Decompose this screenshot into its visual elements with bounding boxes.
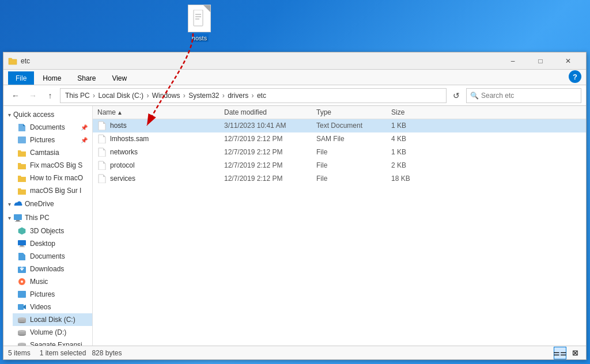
sidebar-pictures-pc-label: Pictures — [30, 290, 55, 298]
tab-share[interactable]: Share — [70, 71, 103, 85]
col-header-type[interactable]: Type — [316, 108, 391, 116]
desktop-icon-hosts[interactable]: hosts — [179, 5, 220, 42]
sidebar-local-disk-label: Local Disk (C:) — [30, 316, 75, 324]
file-icon-lmhosts — [97, 134, 107, 143]
title-controls: – □ ✕ — [500, 53, 581, 69]
file-row-networks[interactable]: networks 12/7/2019 2:12 PM File 1 KB — [93, 146, 586, 159]
sidebar-item-macos-big-sur[interactable]: macOS Big Sur I — [13, 184, 92, 197]
svg-rect-8 — [18, 240, 26, 245]
sidebar-documents-pc-label: Documents — [30, 252, 65, 260]
col-header-name[interactable]: Name ▲ — [97, 108, 224, 116]
tab-view[interactable]: View — [104, 71, 134, 85]
title-folder-icon — [8, 56, 17, 66]
sidebar-downloads-label: Downloads — [30, 265, 64, 273]
file-size-networks: 1 KB — [391, 148, 437, 156]
status-bar: 5 items 1 item selected 828 bytes ⚌⚌ ⊠ — [3, 346, 586, 359]
sidebar-this-pc-header[interactable]: ▾ This PC — [3, 211, 92, 225]
file-name-protocol: protocol — [97, 161, 224, 170]
sidebar-item-desktop[interactable]: Desktop — [13, 237, 92, 250]
sidebar-item-volume-d[interactable]: Volume (D:) — [13, 326, 92, 339]
pictures-icon — [17, 135, 27, 145]
pin-icon-2: 📌 — [81, 137, 88, 143]
sidebar-item-how-to-fix[interactable]: How to Fix macO — [13, 172, 92, 184]
svg-rect-14 — [18, 291, 26, 298]
sidebar-item-seagate[interactable]: Seagate Expansi — [13, 339, 92, 346]
file-size-services: 18 KB — [391, 175, 437, 183]
file-row-lmhosts[interactable]: lmhosts.sam 12/7/2019 2:12 PM SAM File 4… — [93, 132, 586, 146]
minimize-button[interactable]: – — [500, 53, 526, 69]
maximize-button[interactable]: □ — [527, 53, 554, 69]
sidebar-camtasia-label: Camtasia — [30, 149, 59, 157]
sidebar-pictures-label: Pictures — [30, 136, 55, 144]
disk-icon — [17, 315, 27, 324]
address-path[interactable]: This PC › Local Disk (C:) › Windows › Sy… — [60, 88, 447, 103]
search-input[interactable] — [481, 92, 577, 100]
sidebar-documents-label: Documents — [30, 123, 65, 131]
search-box[interactable]: 🔍 — [466, 88, 581, 103]
back-button[interactable]: ← — [8, 88, 23, 103]
sidebar-videos-label: Videos — [30, 303, 51, 311]
svg-rect-6 — [16, 220, 20, 221]
col-header-size[interactable]: Size — [391, 108, 437, 116]
file-icon-services — [97, 174, 107, 183]
file-icon-networks — [97, 147, 107, 157]
file-size-protocol: 2 KB — [391, 161, 437, 169]
sidebar-item-pictures[interactable]: Pictures 📌 — [13, 134, 92, 146]
sidebar-macos-label: macOS Big Sur I — [30, 187, 81, 195]
hosts-file-icon — [188, 5, 211, 32]
file-row-hosts[interactable]: hosts 3/11/2023 10:41 AM Text Document 1… — [93, 119, 586, 132]
sidebar-quick-access-header[interactable]: ▾ Quick access — [3, 108, 92, 121]
this-pc-label: This PC — [25, 214, 50, 222]
forward-button[interactable]: → — [25, 88, 40, 103]
file-size-hosts: 1 KB — [391, 122, 437, 130]
pictures-icon-pc — [17, 290, 27, 299]
onedrive-label: OneDrive — [25, 200, 54, 208]
sidebar-item-pictures-pc[interactable]: Pictures — [13, 288, 92, 301]
onedrive-icon — [13, 199, 22, 208]
file-row-protocol[interactable]: protocol 12/7/2019 2:12 PM File 2 KB — [93, 159, 586, 172]
item-count: 5 items — [8, 349, 31, 357]
sidebar-onedrive[interactable]: ▾ OneDrive — [3, 197, 92, 211]
file-date-protocol: 12/7/2019 2:12 PM — [224, 161, 316, 169]
help-button[interactable]: ? — [569, 70, 581, 83]
up-button[interactable]: ↑ — [43, 88, 58, 103]
file-icon-hosts — [97, 121, 107, 130]
videos-icon — [17, 302, 27, 312]
col-header-date[interactable]: Date modified — [224, 108, 316, 116]
sidebar-how-to-fix-label: How to Fix macO — [30, 174, 83, 182]
expand-icon: ▾ — [8, 112, 11, 118]
folder-icon-how-to-fix — [17, 173, 27, 183]
details-view-button[interactable]: ⚌⚌ — [554, 347, 566, 359]
tab-home[interactable]: Home — [35, 71, 69, 85]
sidebar-desktop-label: Desktop — [30, 240, 55, 248]
file-type-networks: File — [316, 148, 391, 156]
sidebar-item-local-disk[interactable]: Local Disk (C:) — [13, 313, 92, 326]
address-bar: ← → ↑ This PC › Local Disk (C:) › Window… — [3, 85, 586, 106]
sidebar-item-3d-objects[interactable]: 3D Objects — [13, 225, 92, 237]
ribbon-tabs: File Home Share View ? — [3, 70, 586, 85]
folder-icon-macos — [17, 186, 27, 195]
sidebar-item-documents[interactable]: Documents 📌 — [13, 121, 92, 134]
sidebar-volume-d-label: Volume (D:) — [30, 328, 66, 336]
sidebar-item-fix-macos[interactable]: Fix macOS Big S — [13, 159, 92, 172]
file-date-networks: 12/7/2019 2:12 PM — [224, 148, 316, 156]
tab-file[interactable]: File — [8, 71, 34, 85]
this-pc-children: 3D Objects Desktop D — [3, 225, 92, 346]
file-date-lmhosts: 12/7/2019 2:12 PM — [224, 135, 316, 143]
desktop: hosts etc – □ ✕ File Home Share — [0, 0, 590, 364]
sidebar-item-downloads[interactable]: Downloads — [13, 263, 92, 275]
svg-rect-10 — [19, 247, 25, 247]
refresh-button[interactable]: ↺ — [449, 88, 464, 103]
sidebar-item-music[interactable]: Music — [13, 275, 92, 288]
large-icons-button[interactable]: ⊠ — [569, 347, 581, 359]
close-button[interactable]: ✕ — [555, 53, 581, 69]
file-row-services[interactable]: services 12/7/2019 2:12 PM File 18 KB — [93, 172, 586, 185]
sidebar-item-videos[interactable]: Videos — [13, 301, 92, 313]
file-type-hosts: Text Document — [316, 122, 391, 130]
file-name-hosts: hosts — [97, 121, 224, 130]
view-controls: ⚌⚌ ⊠ — [554, 347, 581, 359]
sidebar-item-documents-pc[interactable]: Documents — [13, 250, 92, 263]
sidebar-item-camtasia[interactable]: Camtasia — [13, 146, 92, 159]
svg-rect-7 — [15, 221, 21, 222]
sidebar-music-label: Music — [30, 278, 48, 286]
